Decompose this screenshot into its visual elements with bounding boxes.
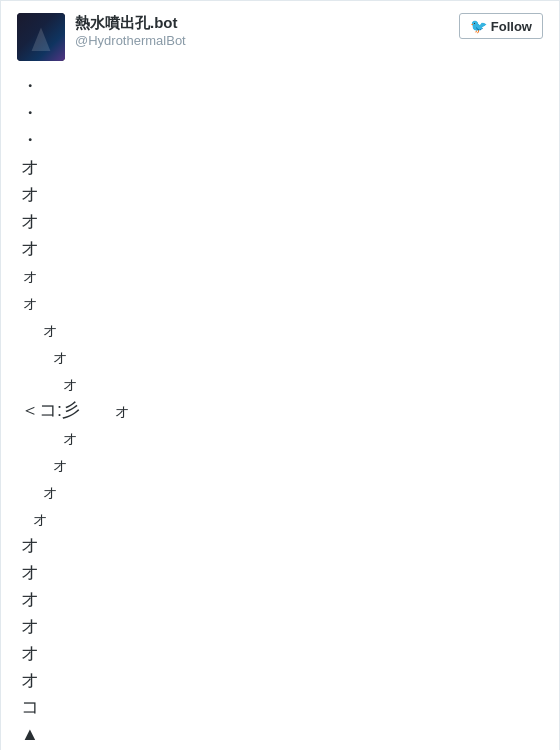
tweet-line-2: ・ — [21, 100, 543, 127]
tweet-line-18: オ — [21, 532, 543, 559]
tweet-line-13: ＜コ:彡 ォ — [21, 397, 543, 424]
avatar-image — [17, 13, 65, 61]
tweet-line-24: コ — [21, 694, 543, 721]
tweet-header: 熱水噴出孔.bot @HydrothermalBot 🐦 Follow — [17, 13, 543, 61]
tweet-line-16: ォ — [21, 478, 543, 505]
tweet-line-25: ▲ — [21, 721, 543, 748]
tweet-line-9: ォ — [21, 289, 543, 316]
tweet-line-8: ォ — [21, 262, 543, 289]
follow-label: Follow — [491, 19, 532, 34]
tweet-line-6: オ — [21, 208, 543, 235]
tweet-line-1: ・ — [21, 73, 543, 100]
tweet-line-5: オ — [21, 181, 543, 208]
username[interactable]: @HydrothermalBot — [75, 33, 186, 50]
tweet-line-17: ォ — [21, 505, 543, 532]
display-name[interactable]: 熱水噴出孔.bot — [75, 13, 186, 33]
tweet-content: ・ ・ ・ オ オ オ オ ォ ォ ォ ォ ォ ＜コ:彡 ォ ォ ォ ォ ォ オ… — [17, 73, 543, 748]
tweet-line-4: オ — [21, 154, 543, 181]
tweet-line-23: オ — [21, 667, 543, 694]
tweet-line-20: オ — [21, 586, 543, 613]
tweet-line-7: オ — [21, 235, 543, 262]
twitter-bird-icon: 🐦 — [470, 18, 487, 34]
tweet-line-22: オ — [21, 640, 543, 667]
avatar[interactable] — [17, 13, 65, 61]
tweet-line-14: ォ — [21, 424, 543, 451]
tweet-line-10: ォ — [21, 316, 543, 343]
tweet-line-15: ォ — [21, 451, 543, 478]
tweet-line-19: オ — [21, 559, 543, 586]
tweet-line-12: ォ — [21, 370, 543, 397]
tweet-container: 熱水噴出孔.bot @HydrothermalBot 🐦 Follow ・ ・ … — [1, 1, 559, 750]
tweet-line-3: ・ — [21, 127, 543, 154]
tweet-line-11: ォ — [21, 343, 543, 370]
user-info: 熱水噴出孔.bot @HydrothermalBot — [17, 13, 186, 61]
follow-button[interactable]: 🐦 Follow — [459, 13, 543, 39]
tweet-line-21: オ — [21, 613, 543, 640]
user-text: 熱水噴出孔.bot @HydrothermalBot — [75, 13, 186, 49]
